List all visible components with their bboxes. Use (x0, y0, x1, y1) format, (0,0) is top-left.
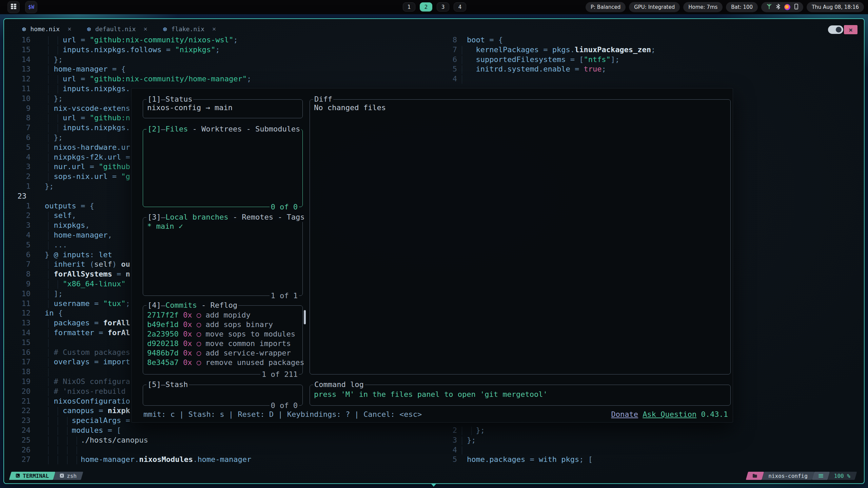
line-number: 5 (7, 143, 31, 151)
line-number: 7 (441, 45, 457, 54)
donate-link[interactable]: Donate (611, 410, 638, 419)
window-close-button[interactable]: × (844, 25, 857, 34)
line-number: 20 (7, 387, 31, 395)
top-bar-status: P: BalancedGPU: IntegratedHome: 7msBat: … (586, 2, 864, 12)
line-number: 22 (7, 406, 31, 415)
lazygit-stash-panel[interactable]: [5]—Stash 0 of 0 (143, 385, 303, 406)
ask-question-link[interactable]: Ask Question (643, 410, 696, 419)
command-log-title: Command log (313, 380, 365, 389)
code-line: 6 supportedFilesystems = ["ntfs"]; (4, 55, 864, 65)
commit-row[interactable]: 2717f2f 0x ○ add mopidy (147, 310, 300, 320)
commits-panel-title: [4]—Commits - Reflog (146, 301, 238, 310)
status-pill[interactable]: Bat: 100 (726, 2, 758, 12)
line-number: 11 (7, 299, 31, 308)
commit-row[interactable]: 8e345a7 0x ○ remove unused packages (147, 358, 300, 367)
line-number: 1 (7, 202, 31, 210)
line-number: 8 (7, 114, 31, 122)
code-line: 5 initrd.systemd.enable = true; (4, 65, 864, 75)
commit-row[interactable]: 2a23950 0x ○ move sops to modules (147, 329, 300, 339)
desktop: $W 1234 P: BalancedGPU: IntegratedHome: … (0, 0, 868, 488)
nix-snowflake-icon: ❆ (87, 25, 91, 33)
progress-value: 100 % (834, 473, 850, 479)
line-number: 5 (7, 241, 31, 249)
commit-row[interactable]: b49ef1d 0x ○ add sops binary (147, 320, 300, 329)
progress-segment: 100 % (829, 472, 856, 480)
status-pill[interactable]: GPU: Integrated (629, 2, 680, 12)
line-number: 6 (7, 133, 31, 142)
workspace-switcher: 1234 (403, 2, 466, 12)
line-number: 6 (441, 55, 457, 64)
list-icon-segment[interactable] (813, 472, 829, 480)
tab-home.nix[interactable]: ❆home.nix× (22, 24, 72, 34)
window-pin-toggle[interactable] (828, 25, 843, 34)
icon-tray[interactable] (761, 2, 803, 12)
bluetooth-icon (776, 4, 780, 11)
workspace-button-3[interactable]: 3 (437, 2, 449, 12)
commits-scrollbar[interactable] (304, 310, 306, 324)
status-pill[interactable]: Home: 7ms (683, 2, 723, 12)
code-line: 8boot = { (4, 36, 864, 45)
tab-default.nix[interactable]: ❆default.nix× (87, 24, 147, 34)
nix-snowflake-icon: ❆ (163, 25, 167, 33)
status-panel-content: nixos-config → main (147, 103, 300, 113)
line-number: 4 (7, 153, 31, 161)
line-number: 2 (7, 211, 31, 220)
code-line: 5home.packages = with pkgs; [ (4, 455, 864, 465)
lazygit-branches-panel[interactable]: [3]—Local branches - Remotes - Tags * ma… (143, 217, 303, 296)
folder-icon (752, 473, 757, 479)
line-number: 17 (7, 358, 31, 366)
network-icon (766, 4, 772, 11)
lazygit-commits-panel[interactable]: [4]—Commits - Reflog 2717f2f 0x ○ add mo… (143, 305, 303, 374)
toggle-knob (836, 27, 842, 33)
line-number: 5 (441, 65, 457, 73)
diff-panel-content: No changed files (314, 103, 728, 113)
lazygit-footer-links: Donate Ask Question 0.43.1 (611, 410, 728, 419)
workspace-logo: $W (28, 4, 34, 10)
line-number: 6 (7, 250, 31, 259)
commit-row[interactable]: 9486b7d 0x ○ add service-wrapper (147, 348, 300, 358)
line-number: 11 (7, 84, 31, 93)
lazygit-status-panel[interactable]: [1]—Status nixos-config → main (143, 99, 303, 118)
shell-segment[interactable]: zsh (54, 472, 82, 480)
workspace-button-1[interactable]: 1 (403, 2, 415, 12)
shell-icon (60, 473, 64, 479)
stash-panel-title: [5]—Stash (146, 380, 189, 389)
line-number: 7 (7, 123, 31, 132)
tab-close-icon[interactable]: × (143, 25, 147, 33)
line-number: 2 (441, 426, 457, 434)
commit-row[interactable]: d920218 0x ○ move common imports (147, 339, 300, 348)
top-bar: $W 1234 P: BalancedGPU: IntegratedHome: … (0, 0, 868, 14)
lazygit-diff-panel[interactable]: Diff No changed files (310, 99, 731, 374)
status-pill[interactable]: P: Balanced (586, 2, 626, 12)
repo-name: nixos-config (768, 473, 808, 479)
lazygit-version: 0.43.1 (701, 410, 728, 419)
branch-item[interactable]: * main ✓ (147, 222, 300, 231)
media-icon (784, 4, 790, 10)
line-number: 7 (7, 260, 31, 268)
repo-segment[interactable]: nixos-config (763, 472, 813, 480)
command-log-content: press 'M' in the files panel to open 'gi… (314, 390, 728, 399)
app-launcher-button[interactable] (7, 1, 20, 13)
status-bar: TERMINAL zsh nixos-config (10, 472, 856, 480)
lazygit-command-log-panel[interactable]: Command log press 'M' in the files panel… (310, 385, 731, 406)
diff-panel-title: Diff (313, 95, 333, 104)
line-number: 14 (7, 328, 31, 337)
line-number: 9 (7, 280, 31, 288)
line-number: 3 (7, 162, 31, 171)
workspace-button-4[interactable]: 4 (454, 2, 466, 12)
clock[interactable]: Thu Aug 08, 18:16 (807, 2, 864, 12)
mode-segment[interactable]: TERMINAL (10, 472, 54, 480)
workspace-button-2[interactable]: 2 (420, 2, 432, 12)
tab-close-icon[interactable]: × (67, 25, 71, 33)
tab-close-icon[interactable]: × (212, 25, 216, 33)
code-line: 2 }; (4, 426, 864, 436)
lazygit-files-panel[interactable]: [2]—Files - Worktrees - Submodules 0 of … (143, 129, 303, 207)
status-bar-right: nixos-config 100 % (747, 472, 856, 480)
line-number: 4 (7, 231, 31, 239)
branches-count: 1 of 1 (270, 291, 299, 301)
workspace-logo-button[interactable]: $W (25, 1, 37, 13)
line-number: 12 (7, 309, 31, 317)
tab-flake.nix[interactable]: ❆flake.nix× (163, 24, 216, 34)
line-number: 10 (7, 94, 31, 103)
line-number: 2 (7, 172, 31, 181)
